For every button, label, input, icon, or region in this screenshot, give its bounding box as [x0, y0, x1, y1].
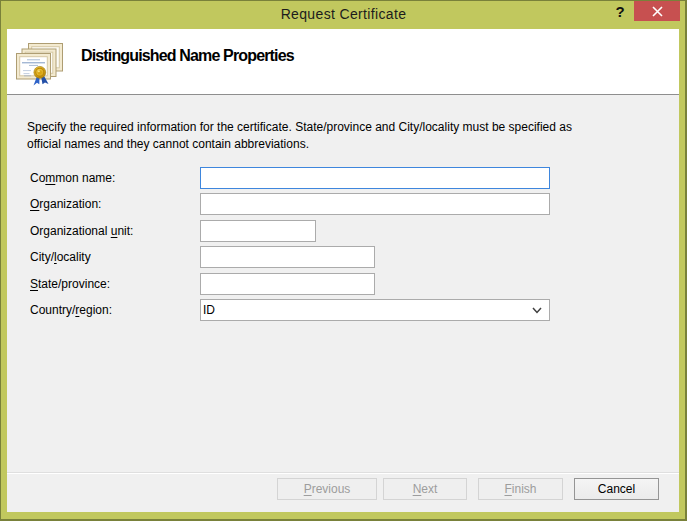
- titlebar[interactable]: Request Certificate ?: [0, 0, 687, 29]
- wizard-header: Distinguished Name Properties: [7, 29, 679, 95]
- organizational-unit-input[interactable]: [200, 220, 316, 242]
- organization-label: Organization:: [30, 193, 101, 215]
- certificates-icon: [16, 42, 63, 86]
- close-button[interactable]: [634, 1, 680, 21]
- state-province-input[interactable]: [200, 273, 375, 295]
- finish-button[interactable]: Finish: [478, 478, 563, 500]
- field-row-country-region: Country/region: ID: [7, 299, 679, 321]
- request-certificate-dialog: Request Certificate ?: [0, 0, 687, 521]
- help-button[interactable]: ?: [606, 0, 634, 22]
- instructions-text: Specify the required information for the…: [27, 119, 627, 153]
- field-row-organization: Organization:: [7, 193, 679, 215]
- field-row-city-locality: City/locality: [7, 246, 679, 268]
- page-title: Distinguished Name Properties: [81, 47, 294, 65]
- state-province-label: State/province:: [30, 273, 110, 295]
- next-button[interactable]: Next: [383, 478, 467, 500]
- question-mark-icon: ?: [615, 3, 624, 20]
- field-row-organizational-unit: Organizational unit:: [7, 220, 679, 242]
- field-row-state-province: State/province:: [7, 273, 679, 295]
- common-name-label: Common name:: [30, 167, 115, 189]
- country-region-combobox[interactable]: ID: [200, 299, 550, 321]
- dialog-content: Distinguished Name Properties Specify th…: [7, 29, 679, 512]
- city-locality-label: City/locality: [30, 246, 91, 268]
- organizational-unit-label: Organizational unit:: [30, 220, 133, 242]
- common-name-input[interactable]: [200, 167, 550, 189]
- seal: [34, 66, 46, 78]
- country-region-label: Country/region:: [30, 299, 112, 321]
- previous-button[interactable]: Previous: [277, 478, 377, 500]
- city-locality-input[interactable]: [200, 246, 375, 268]
- window-title: Request Certificate: [0, 6, 687, 22]
- chevron-down-icon: [532, 307, 542, 314]
- combobox-value: ID: [201, 303, 215, 317]
- organization-input[interactable]: [200, 193, 550, 215]
- front-certificate: [17, 54, 51, 80]
- close-icon: [652, 6, 663, 17]
- cancel-button[interactable]: Cancel: [574, 478, 659, 500]
- field-row-common-name: Common name:: [7, 167, 679, 189]
